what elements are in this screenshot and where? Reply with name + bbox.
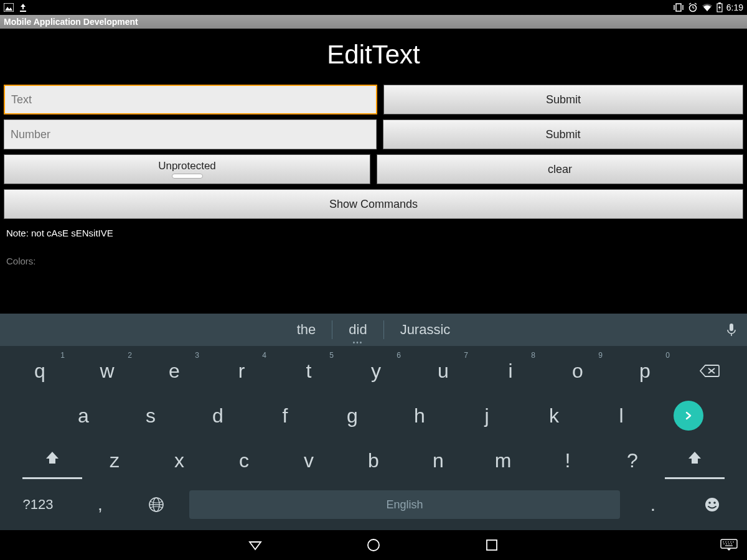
svg-marker-1: [5, 7, 12, 11]
emoji-icon[interactable]: [681, 483, 743, 526]
key-v[interactable]: v: [276, 438, 341, 483]
clear-button[interactable]: clear: [377, 154, 743, 184]
number-input[interactable]: [4, 119, 377, 149]
image-icon: [4, 3, 14, 12]
svg-rect-2: [20, 11, 26, 12]
toggle-thumb: [172, 174, 203, 179]
status-bar: 6:19: [0, 0, 747, 15]
comma-key[interactable]: ,: [72, 483, 128, 526]
key-e[interactable]: e3: [141, 348, 208, 393]
shift-right-icon[interactable]: [665, 438, 725, 479]
back-button[interactable]: [246, 536, 265, 554]
key-k[interactable]: k: [520, 393, 588, 438]
key-b[interactable]: b: [341, 438, 406, 483]
page-heading: EditText: [0, 29, 747, 85]
suggestion-bar: the did ••• Jurassic: [0, 314, 747, 346]
key-d[interactable]: d: [184, 393, 251, 438]
key-question[interactable]: ?: [600, 438, 665, 483]
vibrate-icon: [673, 3, 684, 12]
key-y[interactable]: y6: [342, 348, 410, 393]
status-clock: 6:19: [726, 2, 743, 12]
suggestion-1[interactable]: the: [281, 319, 332, 341]
hide-keyboard-icon[interactable]: [720, 536, 738, 554]
suggestion-2[interactable]: did •••: [332, 319, 383, 341]
text-input[interactable]: [4, 85, 377, 114]
key-u[interactable]: u7: [410, 348, 477, 393]
svg-rect-29: [487, 540, 497, 550]
symbols-key[interactable]: ?123: [4, 483, 72, 526]
key-t[interactable]: t5: [275, 348, 342, 393]
key-p[interactable]: p0: [611, 348, 679, 393]
more-suggestions-icon: •••: [353, 339, 364, 346]
key-g[interactable]: g: [319, 393, 386, 438]
key-j[interactable]: j: [453, 393, 520, 438]
key-r[interactable]: r4: [208, 348, 275, 393]
key-h[interactable]: h: [386, 393, 453, 438]
svg-marker-3: [21, 4, 26, 9]
svg-line-10: [689, 3, 691, 4]
enter-key[interactable]: [670, 397, 707, 434]
svg-rect-15: [730, 324, 733, 331]
svg-point-25: [708, 502, 711, 504]
svg-point-28: [368, 539, 379, 551]
form-area: Submit Submit Unprotected clear Show Com…: [0, 85, 747, 266]
spacebar-key[interactable]: English: [189, 490, 620, 519]
svg-marker-41: [727, 549, 731, 551]
svg-rect-13: [718, 2, 721, 4]
toggle-label: Unprotected: [158, 160, 216, 172]
recents-button[interactable]: [482, 536, 501, 554]
svg-marker-20: [688, 452, 701, 464]
submit-number-button[interactable]: Submit: [383, 119, 743, 149]
home-button[interactable]: [364, 536, 383, 554]
submit-text-button[interactable]: Submit: [383, 85, 743, 114]
svg-marker-19: [46, 452, 59, 464]
svg-marker-27: [250, 542, 261, 549]
show-commands-button[interactable]: Show Commands: [4, 189, 743, 219]
key-f[interactable]: f: [251, 393, 319, 438]
key-z[interactable]: z: [82, 438, 147, 483]
svg-rect-4: [676, 4, 681, 11]
colors-label: Colors:: [4, 238, 743, 266]
period-key[interactable]: .: [625, 483, 681, 526]
svg-point-26: [713, 502, 716, 504]
alarm-icon: [688, 2, 698, 12]
microphone-icon[interactable]: [726, 322, 737, 337]
key-n[interactable]: n: [406, 438, 471, 483]
key-x[interactable]: x: [147, 438, 212, 483]
key-i[interactable]: i8: [477, 348, 544, 393]
svg-point-24: [705, 498, 719, 511]
app-title-bar: Mobile Application Development: [0, 15, 747, 29]
protection-toggle[interactable]: Unprotected: [4, 154, 370, 184]
key-o[interactable]: o9: [544, 348, 611, 393]
key-s[interactable]: s: [117, 393, 184, 438]
soft-keyboard: the did ••• Jurassic q1w2e3r4t5y6u7i8o9p…: [0, 314, 747, 530]
battery-charging-icon: [716, 2, 723, 12]
backspace-icon[interactable]: [679, 348, 741, 393]
key-m[interactable]: m: [471, 438, 535, 483]
case-note: Note: not cAsE sENsitIVE: [4, 224, 743, 238]
key-a[interactable]: a: [50, 393, 117, 438]
globe-icon[interactable]: [128, 483, 184, 526]
shift-left-icon[interactable]: [22, 438, 82, 479]
upload-icon: [19, 3, 27, 12]
key-c[interactable]: c: [212, 438, 276, 483]
svg-line-11: [695, 3, 697, 4]
svg-marker-14: [718, 5, 721, 11]
suggestion-3[interactable]: Jurassic: [384, 319, 467, 341]
key-l[interactable]: l: [588, 393, 655, 438]
app-title-text: Mobile Application Development: [4, 17, 138, 27]
wifi-icon: [702, 3, 713, 12]
key-q[interactable]: q1: [6, 348, 73, 393]
key-w[interactable]: w2: [73, 348, 141, 393]
key-exclaim[interactable]: !: [535, 438, 600, 483]
navigation-bar: [0, 530, 747, 560]
